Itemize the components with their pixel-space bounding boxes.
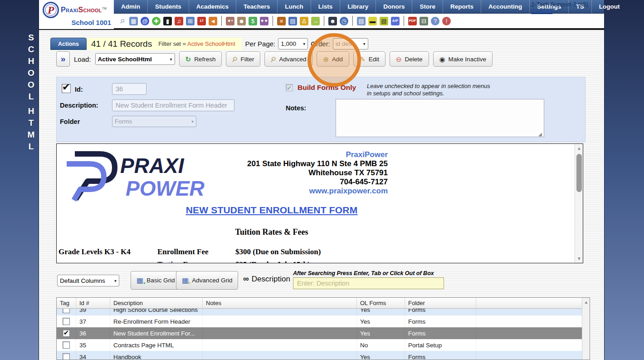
build-forms-only-label: Build Forms Only bbox=[298, 84, 356, 92]
student-add-icon[interactable]: ☻+ bbox=[226, 17, 234, 25]
megaphone-icon[interactable]: ◄ bbox=[209, 17, 217, 25]
add-button[interactable]: ⊕Add bbox=[317, 51, 349, 67]
textarea-resize-handle[interactable]: ◢ bbox=[538, 132, 542, 137]
header-notes[interactable]: Notes bbox=[203, 298, 357, 308]
refresh-button[interactable]: ↻Refresh bbox=[179, 51, 222, 67]
bell-icon[interactable]: Δ bbox=[300, 17, 308, 25]
table-row[interactable]: 37 Re-Enrollment Form Header Yes Forms bbox=[57, 316, 590, 327]
address-line1: 201 State Highway 110 N Ste 4 PMB 25 bbox=[247, 159, 388, 168]
chat-add-icon[interactable]: ✚ bbox=[152, 17, 161, 25]
scroll-down-icon[interactable]: ▼ bbox=[575, 256, 583, 261]
accounts-payable-icon[interactable]: A/P bbox=[391, 17, 400, 25]
search-hint: After Searching Press Enter, Tab or Clic… bbox=[293, 270, 434, 276]
nav-item-admin[interactable]: Admin bbox=[114, 0, 147, 13]
header-folder[interactable]: Folder bbox=[405, 298, 476, 308]
student-icon[interactable]: ☻ bbox=[237, 17, 246, 25]
columns-select[interactable]: Default Columns▾ bbox=[57, 275, 119, 286]
table-row[interactable]: 34 Handbook Yes Forms bbox=[57, 351, 590, 360]
make-inactive-button[interactable]: ◉Make Inactive bbox=[433, 51, 493, 67]
table-row-selected[interactable]: ✔ 36 New Student Enrollment For... Yes F… bbox=[57, 327, 590, 339]
nav-item-logout[interactable]: Logout bbox=[591, 0, 627, 13]
print-check-icon[interactable]: ▤ bbox=[380, 17, 388, 25]
email-icon[interactable]: @ bbox=[141, 17, 149, 25]
schedule-icon[interactable]: ⊞ bbox=[186, 17, 195, 25]
row-tag-checkbox[interactable] bbox=[63, 353, 70, 360]
calendar-grid-icon[interactable]: ▦ bbox=[129, 17, 138, 25]
toolbar-separator bbox=[221, 16, 222, 26]
nav-item-teachers[interactable]: Teachers bbox=[236, 0, 277, 13]
advanced-button[interactable]: ⚲Advanced bbox=[264, 51, 312, 67]
family-icon[interactable]: ☻☻ bbox=[260, 17, 268, 25]
search-field-label: ∞ Description bbox=[243, 274, 290, 284]
credit-card-icon[interactable]: ▬ bbox=[368, 17, 377, 25]
row-tag-checkbox[interactable] bbox=[63, 309, 70, 313]
nav-item-accounting[interactable]: Accounting bbox=[481, 0, 529, 13]
preview-scrollbar[interactable]: ▲ ▼ bbox=[575, 144, 583, 263]
nav-item-academics[interactable]: Academics bbox=[189, 0, 236, 13]
preview-scrollbar-thumb[interactable] bbox=[576, 154, 582, 192]
expand-panel-button[interactable]: » bbox=[56, 51, 70, 67]
add-icon: ⊕ bbox=[323, 56, 329, 63]
description-field[interactable] bbox=[112, 99, 234, 111]
table-row[interactable]: 35 Contracts Page HTML No Portal Setup bbox=[57, 339, 590, 351]
load-filter-select[interactable]: Active SchoolHtml▾ bbox=[95, 53, 175, 65]
order-select[interactable]: id desc▾ bbox=[333, 38, 368, 49]
notes-textarea[interactable] bbox=[336, 99, 544, 137]
nav-item-students[interactable]: Students bbox=[147, 0, 189, 13]
id-checkbox[interactable]: ✔ bbox=[62, 84, 71, 93]
header-tag[interactable]: Tag bbox=[57, 298, 76, 308]
brand-text: PraxiSchoolTM bbox=[61, 6, 107, 14]
table-row[interactable]: 39 High School Course Selections Yes For… bbox=[57, 309, 590, 316]
send-note-icon[interactable]: → bbox=[311, 17, 320, 25]
table-scrollbar[interactable]: ▲ bbox=[582, 298, 590, 360]
row-tag-checkbox[interactable] bbox=[63, 341, 70, 349]
announce-audio-icon[interactable]: ♫ bbox=[175, 17, 183, 25]
pdf-icon[interactable]: PDF bbox=[408, 17, 417, 25]
print-report-icon[interactable]: ⊟ bbox=[420, 17, 428, 25]
alert-icon[interactable]: ! bbox=[442, 17, 451, 25]
edit-button[interactable]: ✎Edit bbox=[353, 51, 385, 67]
table-header-row: Tag Id # Description Notes OL Forms Fold… bbox=[57, 298, 590, 309]
folder-select[interactable]: Forms▾ bbox=[112, 116, 196, 127]
advanced-grid-button[interactable]: ▦✎ Advanced Grid bbox=[176, 271, 238, 290]
per-page-select[interactable]: 1,000▾ bbox=[278, 38, 308, 49]
header-ol-forms[interactable]: OL Forms bbox=[357, 298, 405, 308]
header-filler bbox=[476, 298, 590, 308]
mobile-icon[interactable]: ▮ bbox=[163, 17, 172, 25]
header-description[interactable]: Description bbox=[110, 298, 203, 308]
nav-item-store[interactable]: Store bbox=[412, 0, 443, 13]
time-clock-icon[interactable]: ◷ bbox=[340, 17, 348, 25]
delete-button[interactable]: ⊖Delete bbox=[390, 51, 429, 67]
order-label: Order: bbox=[311, 40, 330, 48]
build-forms-only-checkbox[interactable]: ✔ bbox=[286, 84, 293, 91]
staff-icon[interactable]: ☻ bbox=[328, 17, 337, 25]
gradebook-icon[interactable]: ▤ bbox=[288, 17, 297, 25]
advanced-search-icon: ⚲ bbox=[269, 55, 278, 64]
toolbar-icons: ⚲▦@✚▮♫⊞17◄☻+☻$☻☻≡▤Δ→☻◷▤▬▤A/PPDF⊟?! bbox=[114, 14, 604, 29]
clock-in-link[interactable]: Clock In bbox=[531, 8, 588, 15]
id-field[interactable] bbox=[112, 83, 146, 95]
actions-button[interactable]: Actions bbox=[50, 38, 87, 50]
row-tag-checkbox[interactable]: ✔ bbox=[63, 330, 70, 337]
description-search-input[interactable] bbox=[293, 277, 444, 289]
nav-item-lists[interactable]: Lists bbox=[311, 0, 340, 13]
basic-grid-button[interactable]: ▦+ Basic Grid bbox=[131, 271, 181, 290]
nav-item-reports[interactable]: Reports bbox=[443, 0, 481, 13]
nav-item-library[interactable]: Library bbox=[340, 0, 376, 13]
payment-icon[interactable]: $ bbox=[249, 17, 257, 25]
scroll-up-icon[interactable]: ▲ bbox=[575, 146, 583, 151]
logo-area[interactable]: P PraxiSchoolTM School 1001 bbox=[39, 0, 114, 29]
company-address-block: PraxiPower 201 State Highway 110 N Ste 4… bbox=[247, 150, 388, 196]
header-id[interactable]: Id # bbox=[76, 298, 110, 308]
help-icon[interactable]: ? bbox=[431, 17, 439, 25]
search-icon[interactable]: ⚲ bbox=[116, 15, 128, 27]
lunch-icon[interactable]: ≡ bbox=[277, 17, 286, 25]
table-scroll-up-icon[interactable]: ▲ bbox=[582, 300, 590, 305]
row-tag-checkbox[interactable] bbox=[63, 318, 70, 325]
calendar-date-icon[interactable]: 17 bbox=[197, 17, 206, 25]
nav-item-donors[interactable]: Donors bbox=[376, 0, 412, 13]
nav-item-lunch[interactable]: Lunch bbox=[277, 0, 311, 13]
filter-button[interactable]: ⚲Filter bbox=[226, 51, 260, 67]
main-panel: P PraxiSchoolTM School 1001 Admin Studen… bbox=[39, 0, 605, 360]
ledger-icon[interactable]: ▤ bbox=[357, 17, 366, 25]
